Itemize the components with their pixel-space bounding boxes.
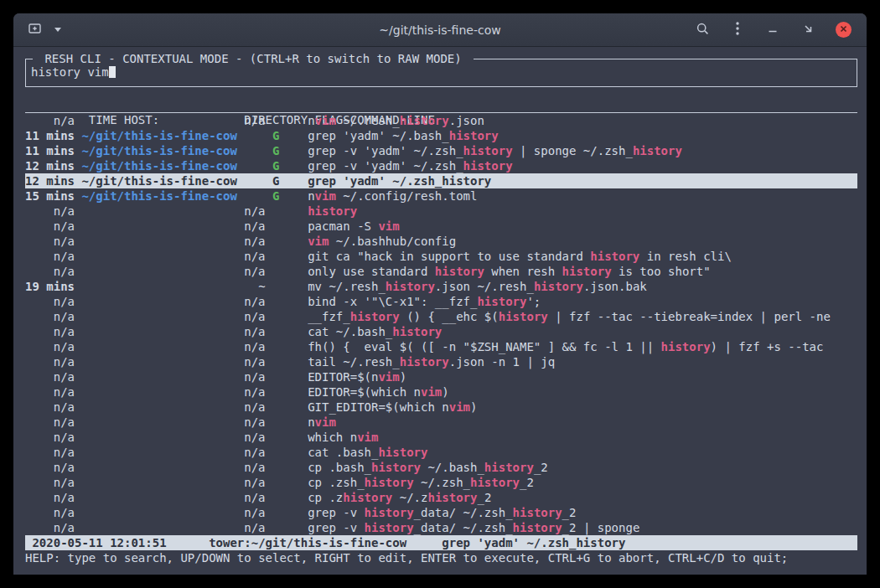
cell-host-directory: n/a	[81, 219, 265, 234]
cell-time: n/a	[25, 354, 75, 369]
cell-time: n/a	[25, 475, 75, 490]
history-row[interactable]: n/an/awhich nvim	[25, 430, 857, 445]
cell-host-directory: ~/git/this-is-fine-cow	[81, 143, 265, 158]
cell-time: n/a	[25, 369, 75, 384]
directory: n/a	[244, 461, 265, 474]
history-row[interactable]: n/an/aonly use standard history when res…	[25, 264, 857, 279]
directory: n/a	[244, 506, 265, 519]
cell-command: nvim ~/.config/resh.toml	[308, 189, 477, 203]
restore-icon	[802, 23, 814, 37]
history-row[interactable]: n/an/aEDITOR=$(which nvim)	[25, 384, 857, 400]
search-button[interactable]	[695, 23, 710, 38]
history-row[interactable]: n/an/agrep -v history_data/ ~/.zsh_histo…	[25, 520, 857, 535]
history-row[interactable]: 15 mins~/git/this-is-fine-cowGnvim ~/.co…	[25, 188, 857, 204]
cell-time: 11 mins	[25, 128, 75, 143]
directory: n/a	[244, 325, 265, 338]
cell-host-directory: n/a	[81, 384, 265, 400]
titlebar-right	[695, 22, 867, 38]
cell-host-directory: n/a	[81, 460, 265, 475]
history-row[interactable]: n/an/acp .zsh_history ~/.zsh_history_2	[25, 475, 857, 490]
cell-time: n/a	[25, 219, 75, 234]
cell-host-directory: n/a	[81, 445, 265, 460]
directory: n/a	[244, 400, 265, 414]
cell-command: grep -v history_data/ ~/.zsh_history_2	[308, 506, 576, 519]
cell-command: fh() { eval $( ([ -n "$ZSH_NAME" ] && fc…	[308, 340, 823, 353]
history-row[interactable]: n/an/acp .bash_history ~/.bash_history_2	[25, 460, 857, 475]
new-tab-icon	[28, 22, 42, 38]
search-input[interactable]: history vim	[31, 64, 852, 80]
cell-command: history	[308, 204, 357, 218]
new-tab-dropdown[interactable]	[50, 23, 65, 38]
cell-host-directory: n/a	[81, 309, 265, 324]
menu-button[interactable]	[730, 23, 745, 38]
directory: n/a	[244, 446, 265, 459]
cell-time: n/a	[25, 384, 75, 400]
history-row[interactable]: n/an/anvim	[25, 415, 857, 430]
history-row[interactable]: n/an/aEDITOR=$(nvim)	[25, 369, 857, 384]
cell-host-directory: n/a	[81, 354, 265, 369]
cell-host-directory: n/a	[81, 505, 265, 520]
window-title: ~/git/this-is-fine-cow	[379, 23, 500, 37]
cell-command: bind -x '"\C-x1": __fzf_history';	[308, 295, 541, 308]
history-row[interactable]: n/an/acat .bash_history	[25, 445, 857, 460]
new-tab-button[interactable]	[27, 23, 42, 38]
cell-time: n/a	[25, 505, 75, 520]
cell-host-directory: n/a	[81, 415, 265, 430]
cell-command: only use standard history when resh hist…	[308, 265, 710, 278]
history-row[interactable]: 12 mins~/git/this-is-fine-cowGgrep -v 'y…	[25, 158, 857, 173]
cell-command: nvim	[308, 415, 336, 429]
cell-time: n/a	[25, 309, 75, 324]
directory: n/a	[244, 491, 265, 504]
cell-command: pacman -S vim	[308, 219, 400, 233]
minimize-button[interactable]	[765, 23, 780, 38]
history-row[interactable]: n/an/abind -x '"\C-x1": __fzf_history';	[25, 294, 857, 309]
directory: n/a	[244, 355, 265, 369]
cell-host-directory: n/a	[81, 520, 265, 535]
cell-command: git ca "hack in support to use standard …	[308, 250, 732, 263]
history-row[interactable]: 19 mins~mv ~/.resh_history.json ~/.resh_…	[25, 279, 857, 294]
history-row[interactable]: 12 mins~/git/this-is-fine-cowGgrep 'yadm…	[25, 173, 857, 188]
history-row[interactable]: n/an/atail ~/.resh_history.json -n 1 | j…	[25, 354, 857, 369]
cell-time: n/a	[25, 415, 75, 430]
history-row[interactable]: n/an/ahistory	[25, 204, 857, 219]
history-row[interactable]: n/an/a__fzf_history () { __ehc $(history…	[25, 309, 857, 324]
close-button[interactable]	[836, 22, 852, 38]
history-row[interactable]: n/an/agrep -v history_data/ ~/.zsh_histo…	[25, 505, 857, 520]
cell-command: tail ~/.resh_history.json -n 1 | jq	[308, 355, 555, 369]
history-row[interactable]: n/an/acp .zhistory ~/.zhistory_2	[25, 490, 857, 505]
cell-host-directory: ~	[81, 279, 265, 294]
terminal-screen: RESH CLI - CONTEXTUAL MODE - (CTRL+R to …	[13, 47, 867, 574]
restore-button[interactable]	[800, 23, 815, 38]
history-row[interactable]: n/an/anvim ~/.resh_history.json	[25, 113, 857, 128]
directory: n/a	[244, 235, 265, 248]
cell-time: n/a	[25, 113, 75, 128]
history-row[interactable]: n/an/acat ~/.bash_history	[25, 324, 857, 339]
help-line: HELP: type to search, UP/DOWN to select,…	[25, 550, 857, 565]
cell-command: vim ~/.bashhub/config	[308, 235, 456, 248]
history-row[interactable]: n/an/avim ~/.bashhub/config	[25, 234, 857, 249]
cell-command: cp .zhistory ~/.zhistory_2	[308, 491, 491, 504]
titlebar: ~/git/this-is-fine-cow	[13, 13, 867, 47]
history-row[interactable]: 11 mins~/git/this-is-fine-cowGgrep 'yadm…	[25, 128, 857, 143]
history-row[interactable]: n/an/agit ca "hack in support to use sta…	[25, 249, 857, 264]
history-row[interactable]: n/an/afh() { eval $( ([ -n "$ZSH_NAME" ]…	[25, 339, 857, 354]
cell-host-directory: n/a	[81, 204, 265, 219]
cell-command: EDITOR=$(which nvim)	[308, 385, 449, 399]
cell-time: n/a	[25, 490, 75, 505]
history-row[interactable]: n/an/aGIT_EDITOR=$(which nvim)	[25, 400, 857, 415]
cell-command: GIT_EDITOR=$(which nvim)	[308, 400, 477, 414]
search-query-text: history vim	[31, 65, 109, 79]
search-icon	[696, 22, 710, 39]
cell-flags: G	[272, 128, 308, 143]
directory: n/a	[244, 370, 265, 384]
cell-host-directory: n/a	[81, 475, 265, 490]
text-cursor	[109, 65, 116, 78]
cell-time: n/a	[25, 445, 75, 460]
history-row[interactable]: 11 mins~/git/this-is-fine-cowGgrep -v 'y…	[25, 143, 857, 158]
cell-time: n/a	[25, 234, 75, 249]
directory: n/a	[244, 340, 265, 353]
history-row[interactable]: n/an/apacman -S vim	[25, 219, 857, 234]
cell-command: mv ~/.resh_history.json ~/.resh_history.…	[308, 280, 647, 293]
directory: n/a	[244, 310, 265, 323]
cell-command: EDITOR=$(nvim)	[308, 370, 406, 384]
